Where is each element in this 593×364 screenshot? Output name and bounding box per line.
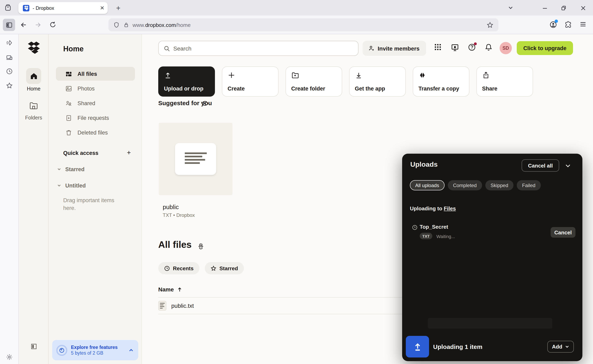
quick-access-add-button[interactable]: + — [124, 148, 133, 157]
firefox-account-icon[interactable] — [549, 21, 557, 29]
transfer-a-copy-button[interactable]: Transfer a copy — [413, 66, 469, 97]
sort-ascending-arrow-icon[interactable] — [177, 287, 182, 292]
cancel-upload-button[interactable]: Cancel — [551, 227, 575, 238]
window-close-button[interactable] — [579, 4, 587, 12]
search-input[interactable] — [173, 45, 353, 52]
dropbox-mini-rail: Home Folders — [19, 34, 48, 364]
window-minimize-button[interactable] — [541, 4, 549, 12]
rail-folders-label[interactable]: Folders — [19, 115, 48, 121]
tab-manager-icon[interactable] — [4, 3, 12, 12]
uploading-count-status: Uploading 1 item — [433, 343, 482, 350]
url-text: www.dropbox.com/home — [132, 22, 487, 28]
cancel-all-button[interactable]: Cancel all — [522, 159, 559, 172]
file-name[interactable]: public.txt — [171, 302, 194, 309]
search-box[interactable] — [158, 41, 358, 56]
dropbox-logo[interactable] — [28, 42, 40, 54]
clock-icon — [164, 265, 170, 271]
quick-access-group-untitled[interactable]: Untitled — [57, 179, 134, 192]
list-tabs-chevron-icon[interactable] — [507, 5, 514, 11]
hamburger-menu-icon[interactable] — [580, 21, 586, 28]
bookmark-star-icon[interactable] — [487, 21, 494, 28]
storage-banner[interactable]: Explore free features 5 bytes of 2 GB — [52, 340, 138, 360]
create-folder-button[interactable]: Create folder — [285, 66, 342, 97]
text-file-icon — [158, 301, 166, 311]
get-the-app-button[interactable]: Get the app — [349, 66, 406, 97]
destination-files-link[interactable]: Files — [444, 205, 456, 212]
suggested-file-card[interactable] — [159, 123, 232, 195]
url-bar[interactable]: www.dropbox.com/home — [108, 18, 498, 31]
uploads-title: Uploads — [410, 161, 438, 169]
window-restore-button[interactable] — [560, 4, 568, 12]
bookmarks-icon[interactable] — [6, 82, 13, 89]
rail-folders-button[interactable] — [29, 101, 38, 110]
column-header-name[interactable]: Name — [158, 286, 182, 293]
browser-tabstrip: - Dropbox ✕ + — [0, 0, 593, 15]
sidebar-item-label: File requests — [78, 115, 109, 121]
upgrade-button[interactable]: Click to upgrade — [517, 41, 573, 55]
tab-completed[interactable]: Completed — [448, 180, 482, 190]
notifications-bell-icon[interactable] — [485, 43, 493, 51]
action-cards-row: Upload or drop Create Create fo — [158, 66, 533, 97]
settings-gear-icon[interactable] — [6, 353, 13, 361]
browser-tab[interactable]: - Dropbox ✕ — [18, 2, 108, 14]
tab-close-icon[interactable]: ✕ — [100, 5, 104, 11]
eye-icon[interactable] — [201, 99, 209, 107]
forward-button[interactable] — [34, 21, 42, 29]
upload-or-drop-button[interactable]: Upload or drop — [158, 66, 215, 97]
sidebar-item-file-requests[interactable]: File requests — [56, 111, 135, 125]
tab-failed[interactable]: Failed — [517, 180, 540, 190]
folder-plus-icon — [291, 71, 299, 79]
tracking-shield-icon[interactable] — [113, 21, 119, 28]
share-button[interactable]: Share — [476, 66, 533, 97]
create-button[interactable]: Create — [222, 66, 278, 97]
help-icon[interactable] — [468, 43, 476, 51]
upload-icon — [164, 71, 172, 79]
https-lock-icon[interactable] — [124, 22, 129, 28]
invite-members-button[interactable]: Invite members — [362, 41, 426, 56]
sidebar-item-shared[interactable]: Shared — [56, 96, 135, 110]
list-settings-gear-icon[interactable] — [198, 242, 204, 249]
filter-label: Starred — [219, 265, 238, 271]
sidebar-item-all-files[interactable]: All files — [56, 67, 135, 81]
back-button[interactable] — [20, 21, 27, 29]
quick-access-group-starred[interactable]: Starred — [57, 163, 134, 175]
chevron-down-icon[interactable] — [57, 167, 62, 172]
browser-navbar: www.dropbox.com/home — [0, 15, 593, 34]
avatar[interactable]: SD — [500, 42, 512, 54]
sidebar-item-deleted-files[interactable]: Deleted files — [56, 125, 135, 139]
sidebar-toggle-button[interactable] — [3, 19, 15, 31]
extensions-puzzle-icon[interactable] — [564, 21, 572, 28]
chevron-down-icon[interactable] — [57, 183, 62, 188]
ai-chatbot-icon[interactable] — [6, 39, 13, 46]
trash-icon — [65, 129, 72, 136]
chevron-up-icon[interactable] — [128, 347, 134, 353]
apps-grid-icon[interactable] — [434, 43, 442, 51]
shared-people-icon — [65, 100, 72, 107]
dropbox-sidebar: Home All files Photos — [48, 34, 142, 364]
filter-starred-chip[interactable]: Starred — [205, 262, 244, 274]
person-add-icon — [368, 45, 375, 52]
reload-button[interactable] — [49, 21, 56, 28]
add-upload-button[interactable]: Add — [547, 341, 574, 353]
sidebar-item-label: Shared — [78, 100, 95, 106]
rail-home-label[interactable]: Home — [19, 86, 48, 92]
sidebar-item-label: Photos — [78, 85, 95, 91]
star-icon — [211, 265, 217, 271]
firefox-sidebar-rail — [0, 34, 19, 364]
new-tab-button[interactable]: + — [113, 3, 123, 13]
collapse-sidebar-icon[interactable] — [31, 343, 37, 350]
history-icon[interactable] — [6, 68, 13, 75]
all-files-icon — [65, 70, 72, 77]
suggested-file-name[interactable]: public — [163, 203, 179, 210]
rail-home-button[interactable] — [26, 68, 41, 84]
collapse-panel-chevron-icon[interactable] — [564, 162, 571, 169]
sidebar-item-photos[interactable]: Photos — [56, 82, 135, 95]
tab-title: - Dropbox — [33, 5, 100, 11]
synced-tabs-icon[interactable] — [6, 54, 13, 61]
tab-skipped[interactable]: Skipped — [485, 180, 514, 190]
tab-all-uploads[interactable]: All uploads — [410, 180, 444, 190]
install-app-monitor-icon[interactable] — [451, 43, 459, 52]
drag-items-hint: Drag important items here. — [63, 196, 125, 212]
table-row[interactable]: public.txt — [158, 298, 412, 314]
filter-recents-chip[interactable]: Recents — [158, 262, 199, 274]
